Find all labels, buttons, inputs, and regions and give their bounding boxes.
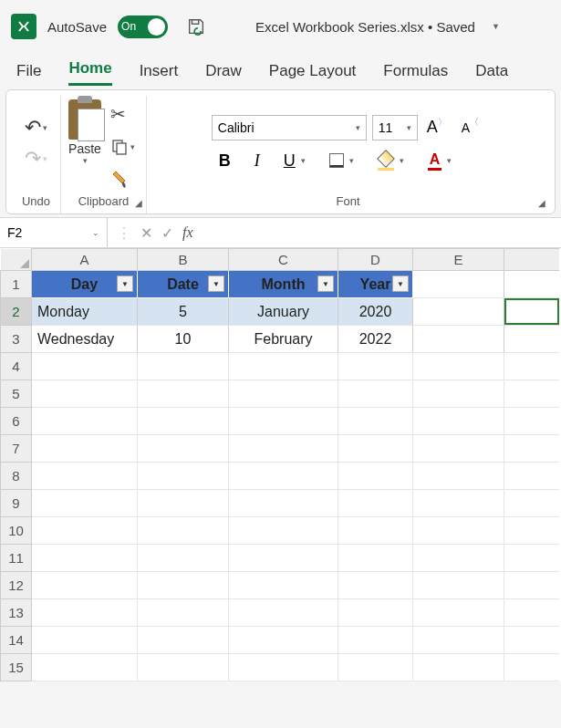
cell-F4[interactable] <box>504 353 559 380</box>
borders-button[interactable]: ▾ <box>326 151 358 170</box>
cell-F14[interactable] <box>504 627 559 654</box>
cell-F6[interactable] <box>504 408 559 435</box>
fx-icon[interactable]: fx <box>182 224 193 241</box>
cell-C10[interactable] <box>229 517 338 545</box>
cell-B13[interactable] <box>138 599 229 627</box>
cell-A14[interactable] <box>32 627 138 654</box>
cell-E7[interactable] <box>413 435 504 463</box>
save-icon[interactable] <box>186 16 206 36</box>
cell-D10[interactable] <box>338 517 413 545</box>
enter-formula-icon[interactable]: ✓ <box>161 224 173 242</box>
cell-F3[interactable] <box>504 326 559 353</box>
cancel-formula-icon[interactable]: ✕ <box>140 224 152 242</box>
tab-page-layout[interactable]: Page Layout <box>269 62 356 86</box>
cell-C5[interactable] <box>229 380 338 408</box>
cell-B3[interactable]: 10 <box>138 326 229 353</box>
cell-F11[interactable] <box>504 545 559 572</box>
cell-F5[interactable] <box>504 380 559 408</box>
clipboard-launcher-icon[interactable]: ◢ <box>135 198 142 208</box>
cell-C7[interactable] <box>229 435 338 463</box>
cell-E8[interactable] <box>413 463 504 490</box>
cell-C1[interactable]: Month▼ <box>229 271 338 298</box>
cell-C14[interactable] <box>229 627 338 654</box>
cell-A2[interactable]: Monday <box>32 298 138 326</box>
cell-B7[interactable] <box>138 435 229 463</box>
filter-icon[interactable]: ▼ <box>208 276 224 292</box>
cell-D11[interactable] <box>338 545 413 572</box>
col-header-A[interactable]: A <box>32 249 138 271</box>
cell-D7[interactable] <box>338 435 413 463</box>
cell-B9[interactable] <box>138 490 229 517</box>
autosave-toggle[interactable]: On <box>118 16 168 38</box>
cell-C3[interactable]: February <box>229 326 338 353</box>
cell-D1[interactable]: Year▼ <box>338 271 413 298</box>
cell-A6[interactable] <box>32 408 138 435</box>
cell-B14[interactable] <box>138 627 229 654</box>
undo-button[interactable]: ↶ ▾ <box>21 114 51 141</box>
cell-D5[interactable] <box>338 380 413 408</box>
cell-E3[interactable] <box>413 326 504 353</box>
cell-A5[interactable] <box>32 380 138 408</box>
cell-A13[interactable] <box>32 599 138 627</box>
row-header-3[interactable]: 3 <box>1 326 32 353</box>
underline-button[interactable]: U▾ <box>280 150 309 172</box>
cell-D6[interactable] <box>338 408 413 435</box>
cell-B5[interactable] <box>138 380 229 408</box>
cell-B11[interactable] <box>138 545 229 572</box>
font-color-button[interactable]: A▾ <box>424 150 456 172</box>
bold-button[interactable]: B <box>215 150 234 172</box>
cell-D15[interactable] <box>338 654 413 681</box>
cell-A4[interactable] <box>32 353 138 380</box>
font-launcher-icon[interactable]: ◢ <box>538 198 545 208</box>
cell-D14[interactable] <box>338 627 413 654</box>
cell-A10[interactable] <box>32 517 138 545</box>
cell-C12[interactable] <box>229 572 338 599</box>
row-header-8[interactable]: 8 <box>1 463 32 490</box>
name-box[interactable]: F2 ⌄ <box>0 218 108 247</box>
cell-E1[interactable] <box>413 271 504 298</box>
row-header-7[interactable]: 7 <box>1 435 32 463</box>
row-header-6[interactable]: 6 <box>1 408 32 435</box>
cell-E2[interactable] <box>413 298 504 326</box>
select-all-cell[interactable] <box>1 249 32 271</box>
cell-F10[interactable] <box>504 517 559 545</box>
cell-F7[interactable] <box>504 435 559 463</box>
cell-B15[interactable] <box>138 654 229 681</box>
cell-F13[interactable] <box>504 599 559 627</box>
cell-B8[interactable] <box>138 463 229 490</box>
cell-C6[interactable] <box>229 408 338 435</box>
row-header-9[interactable]: 9 <box>1 490 32 517</box>
row-header-1[interactable]: 1 <box>1 271 32 298</box>
paste-button[interactable]: Paste ▾ <box>68 99 101 191</box>
filter-icon[interactable]: ▼ <box>392 276 409 292</box>
cell-A15[interactable] <box>32 654 138 681</box>
row-header-15[interactable]: 15 <box>1 654 32 681</box>
cell-B12[interactable] <box>138 572 229 599</box>
cell-E11[interactable] <box>413 545 504 572</box>
col-header-C[interactable]: C <box>229 249 338 271</box>
row-header-11[interactable]: 11 <box>1 545 32 572</box>
tab-formulas[interactable]: Formulas <box>383 62 448 86</box>
row-header-14[interactable]: 14 <box>1 627 32 654</box>
cut-button[interactable]: ✂ <box>107 101 139 127</box>
col-header-D[interactable]: D <box>338 249 413 271</box>
row-header-10[interactable]: 10 <box>1 517 32 545</box>
cell-A7[interactable] <box>32 435 138 463</box>
cell-B2[interactable]: 5 <box>138 298 229 326</box>
cell-A3[interactable]: Wednesday <box>32 326 138 353</box>
cell-D4[interactable] <box>338 353 413 380</box>
cell-F9[interactable] <box>504 490 559 517</box>
cell-C11[interactable] <box>229 545 338 572</box>
cell-E10[interactable] <box>413 517 504 545</box>
cell-F15[interactable] <box>504 654 559 681</box>
cell-A1[interactable]: Day▼ <box>32 271 138 298</box>
col-header-B[interactable]: B <box>138 249 229 271</box>
cell-D3[interactable]: 2022 <box>338 326 413 353</box>
cell-E6[interactable] <box>413 408 504 435</box>
cell-F8[interactable] <box>504 463 559 490</box>
cell-F1[interactable] <box>504 271 559 298</box>
cell-C2[interactable]: January <box>229 298 338 326</box>
cell-C4[interactable] <box>229 353 338 380</box>
copy-button[interactable]: ▾ <box>107 136 139 158</box>
cell-E5[interactable] <box>413 380 504 408</box>
